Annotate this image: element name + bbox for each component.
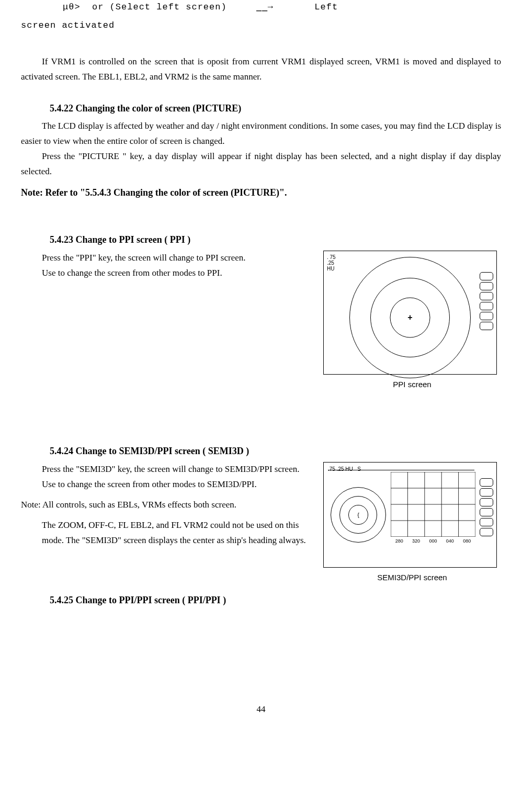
softkey xyxy=(480,488,493,497)
softkey xyxy=(480,302,493,310)
softkey-stack xyxy=(480,272,493,330)
note-5-4-24-line2: The ZOOM, OFF-C, FL EBL2, and FL VRM2 co… xyxy=(42,518,318,548)
figure-semi3d-screen: .75 .25 HU S { xyxy=(323,462,497,568)
semi3d-center-mark: { xyxy=(357,510,359,520)
p-5-4-23-2: Use to change the screen from other mode… xyxy=(21,266,318,281)
select-text: or (Select left screen) xyxy=(92,2,227,12)
page-number: 44 xyxy=(21,702,501,717)
heading-5-4-25: 5.4.25 Change to PPI/PPI screen ( PPI/PP… xyxy=(50,592,501,608)
semi3d-inner: { 280 320 xyxy=(328,471,476,546)
p-5-4-23-1: Press the "PPI" key, the screen will cha… xyxy=(21,251,318,266)
heading-5-4-22: 5.4.22 Changing the color of screen (PIC… xyxy=(50,100,501,117)
ppi-range-label: . 75 .25 HU xyxy=(327,254,336,272)
ppi-center-cross: + xyxy=(407,310,412,324)
p-5-4-24-1: Press the "SEMI3D" key, the screen will … xyxy=(21,462,318,477)
result-text: Left xyxy=(314,2,338,12)
caption-ppi: PPI screen xyxy=(323,378,501,391)
command-line: μθ> or (Select left screen) ⎯⎯→ Left xyxy=(63,0,501,15)
semi3d-grid xyxy=(391,472,475,537)
softkey-stack-2 xyxy=(480,478,493,536)
softkey xyxy=(480,272,493,280)
softkey xyxy=(480,322,493,330)
p-5-4-22-1: The LCD display is affected by weather a… xyxy=(21,119,501,149)
arrow: ⎯⎯→ xyxy=(256,2,274,12)
softkey xyxy=(480,528,493,536)
softkey xyxy=(480,282,493,290)
figure-ppi-screen: . 75 .25 HU + xyxy=(323,251,497,375)
paragraph-vrm: If VRM1 is controlled on the screen that… xyxy=(21,54,501,85)
semi3d-grid-labels: 280 320 000 040 080 xyxy=(391,537,475,545)
note-5-4-24-line1: Note: All controls, such as EBLs, VRMs e… xyxy=(21,498,318,513)
heading-5-4-24: 5.4.24 Change to SEMI3D/PPI screen ( SEM… xyxy=(50,443,501,459)
p-5-4-22-2: Press the "PICTURE " key, a day display … xyxy=(21,149,501,179)
softkey xyxy=(480,518,493,526)
softkey xyxy=(480,508,493,516)
semi3d-divider xyxy=(328,470,474,470)
softkey xyxy=(480,478,493,487)
caption-semi3d: SEMI3D/PPI screen xyxy=(323,571,501,584)
softkey xyxy=(480,292,493,300)
note-5-4-22: Note: Refer to "5.5.4.3 Changing the col… xyxy=(21,185,501,201)
prompt-symbol: μθ> xyxy=(63,2,81,12)
command-line-2: screen activated xyxy=(21,18,501,33)
p-5-4-24-2: Use to change the screen from other mode… xyxy=(21,477,318,492)
softkey xyxy=(480,312,493,320)
heading-5-4-23: 5.4.23 Change to PPI screen ( PPI ) xyxy=(50,232,501,248)
softkey xyxy=(480,498,493,506)
